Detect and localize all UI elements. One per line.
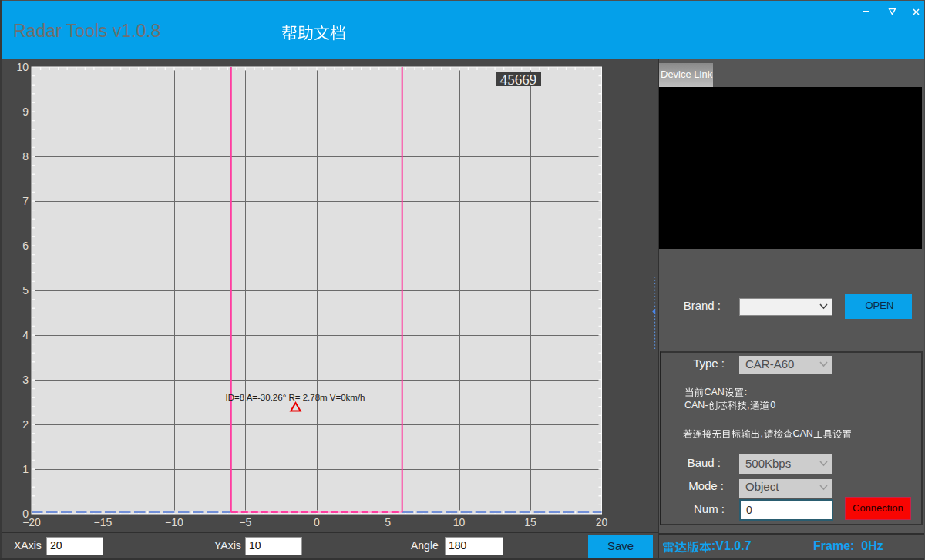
svg-text:1: 1 [22,463,29,475]
svg-text:10: 10 [16,61,29,73]
svg-text:2: 2 [22,418,29,431]
svg-text:ID=8 A=-30.26° R= 2.78m V=0km/: ID=8 A=-30.26° R= 2.78m V=0km/h [225,393,365,402]
svg-text:9: 9 [22,106,29,118]
svg-text:20: 20 [596,516,608,528]
svg-text:−5: −5 [239,516,251,528]
svg-text:6: 6 [22,240,29,252]
svg-text:5: 5 [385,516,391,528]
svg-text:15: 15 [524,516,536,528]
svg-text:10: 10 [453,516,466,528]
svg-text:45669: 45669 [500,72,537,88]
svg-text:4: 4 [22,329,29,341]
svg-text:3: 3 [22,374,29,386]
svg-text:7: 7 [22,195,29,207]
svg-text:−15: −15 [94,516,113,528]
svg-text:−10: −10 [165,516,183,528]
svg-text:5: 5 [22,284,29,297]
svg-text:−20: −20 [22,516,41,528]
svg-text:0: 0 [314,516,320,528]
svg-text:8: 8 [22,150,29,163]
